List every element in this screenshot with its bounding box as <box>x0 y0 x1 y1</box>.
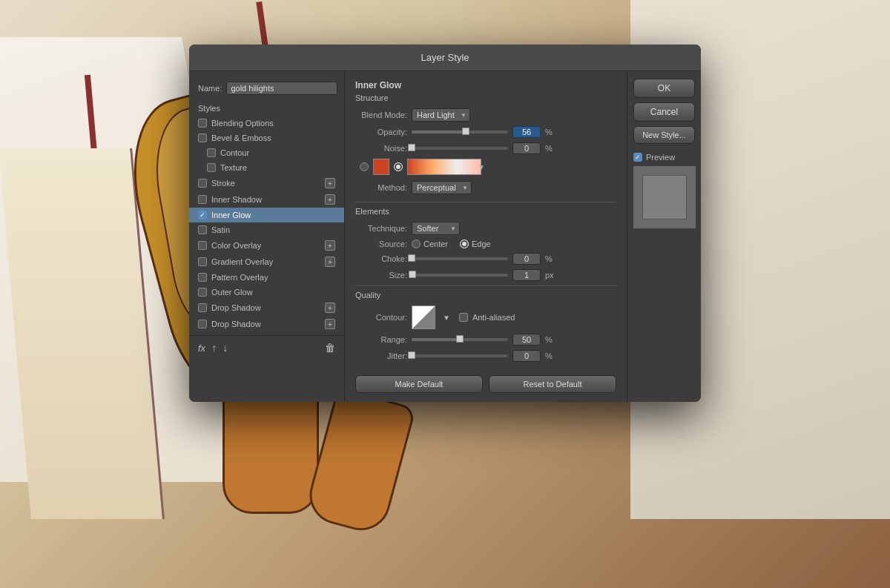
contour-label: Contour: <box>355 313 407 322</box>
stroke-item[interactable]: Stroke + <box>189 175 344 191</box>
jitter-unit: % <box>545 351 553 360</box>
opacity-value-input[interactable] <box>512 126 541 138</box>
pattern-overlay-label: Pattern Overlay <box>211 273 335 282</box>
blend-mode-row: Blend Mode: Hard Light Normal Multiply S… <box>355 108 616 122</box>
blending-options-item[interactable]: Blending Options <box>189 116 344 131</box>
anti-alias-checkbox[interactable] <box>459 313 468 322</box>
stroke-checkbox[interactable] <box>198 179 207 188</box>
drop-shadow-1-item[interactable]: Drop Shadow + <box>189 300 344 316</box>
fx-icon: fx <box>198 343 205 354</box>
color-gradient-swatch[interactable]: ▼ <box>407 159 481 175</box>
method-select[interactable]: Perceptual Saturation <box>412 181 472 194</box>
outer-glow-checkbox[interactable] <box>198 288 207 297</box>
texture-label: Texture <box>220 163 335 172</box>
gradient-overlay-checkbox[interactable] <box>198 257 207 266</box>
inner-glow-item[interactable]: Inner Glow <box>189 208 344 222</box>
noise-unit: % <box>545 144 553 153</box>
contour-arrow-icon[interactable]: ▼ <box>443 314 450 322</box>
blend-mode-select[interactable]: Hard Light Normal Multiply Screen Overla… <box>412 108 470 122</box>
delete-icon[interactable]: 🗑 <box>325 342 335 354</box>
drop-shadow-2-plus-btn[interactable]: + <box>325 319 335 329</box>
reset-default-button[interactable]: Reset to Default <box>489 375 616 393</box>
noise-slider-track[interactable] <box>412 147 508 150</box>
gradient-overlay-plus-btn[interactable]: + <box>325 257 335 267</box>
move-down-icon[interactable]: ↓ <box>222 342 228 354</box>
jitter-value-input[interactable] <box>512 350 541 362</box>
satin-item[interactable]: Satin <box>189 222 344 237</box>
color-overlay-checkbox[interactable] <box>198 241 207 250</box>
gradient-overlay-label: Gradient Overlay <box>211 257 320 266</box>
inner-shadow-label: Inner Shadow <box>211 195 320 204</box>
new-style-button[interactable]: New Style... <box>633 126 695 144</box>
ok-button[interactable]: OK <box>633 79 695 98</box>
color-overlay-item[interactable]: Color Overlay + <box>189 237 344 254</box>
dialog-overlay: Layer Style Name: Styles Blending Option… <box>0 0 890 588</box>
pattern-overlay-item[interactable]: Pattern Overlay <box>189 270 344 285</box>
texture-item[interactable]: Texture <box>189 160 344 175</box>
size-row: Size: px <box>355 269 616 281</box>
noise-value-input[interactable] <box>512 142 541 154</box>
method-label: Method: <box>355 183 407 192</box>
satin-checkbox[interactable] <box>198 225 207 234</box>
technique-select[interactable]: Softer Precise <box>412 222 460 235</box>
range-row: Range: % <box>355 334 616 346</box>
gradient-overlay-item[interactable]: Gradient Overlay + <box>189 254 344 270</box>
inner-shadow-plus-btn[interactable]: + <box>325 194 335 205</box>
source-center-label: Center <box>423 240 448 248</box>
stroke-label: Stroke <box>211 179 320 188</box>
layer-style-dialog: Layer Style Name: Styles Blending Option… <box>189 44 701 402</box>
outer-glow-label: Outer Glow <box>211 288 335 297</box>
make-default-button[interactable]: Make Default <box>355 375 483 393</box>
choke-slider-track[interactable] <box>412 257 508 260</box>
cancel-button[interactable]: Cancel <box>633 102 695 122</box>
contour-checkbox[interactable] <box>207 148 216 157</box>
color-overlay-label: Color Overlay <box>211 241 320 250</box>
anti-alias-label: Anti-aliased <box>472 313 515 322</box>
size-slider-track[interactable] <box>412 274 508 277</box>
dialog-titlebar: Layer Style <box>189 44 701 71</box>
range-value-input[interactable] <box>512 334 541 346</box>
blending-options-checkbox[interactable] <box>198 119 207 128</box>
inner-shadow-checkbox[interactable] <box>198 195 207 204</box>
source-center-radio[interactable] <box>412 240 421 248</box>
source-edge-radio[interactable] <box>460 240 469 248</box>
choke-value-input[interactable] <box>512 253 541 265</box>
texture-checkbox[interactable] <box>207 163 216 172</box>
contour-row: Contour: ▼ Anti-aliased <box>355 305 616 329</box>
source-center-option[interactable]: Center <box>412 240 448 248</box>
dialog-title: Layer Style <box>421 52 469 63</box>
pattern-overlay-checkbox[interactable] <box>198 273 207 282</box>
bevel-emboss-checkbox[interactable] <box>198 133 207 142</box>
noise-label: Noise: <box>355 144 407 153</box>
opacity-slider-track[interactable] <box>412 131 508 133</box>
stroke-plus-btn[interactable]: + <box>325 178 335 188</box>
layer-name-input[interactable] <box>226 82 337 95</box>
source-row: Source: Center Edge <box>355 240 616 248</box>
size-value-input[interactable] <box>512 269 541 281</box>
outer-glow-item[interactable]: Outer Glow <box>189 285 344 300</box>
drop-shadow-1-checkbox[interactable] <box>198 303 207 312</box>
name-row: Name: <box>189 79 344 101</box>
color-swatch[interactable] <box>373 159 389 175</box>
drop-shadow-2-item[interactable]: Drop Shadow + <box>189 316 344 332</box>
inner-glow-checkbox[interactable] <box>198 211 207 219</box>
source-edge-option[interactable]: Edge <box>460 240 491 248</box>
method-row: Method: Perceptual Saturation <box>355 181 616 194</box>
satin-label: Satin <box>211 225 335 234</box>
bevel-emboss-label: Bevel & Emboss <box>211 133 335 142</box>
color-radio-gradient[interactable] <box>394 162 403 171</box>
quality-label: Quality <box>355 291 616 300</box>
color-radio-solid[interactable] <box>360 162 369 171</box>
contour-item[interactable]: Contour <box>189 145 344 160</box>
contour-preview[interactable] <box>412 305 435 329</box>
drop-shadow-2-checkbox[interactable] <box>198 320 207 328</box>
range-slider-track[interactable] <box>412 338 508 341</box>
preview-checkbox[interactable] <box>633 153 642 162</box>
jitter-slider-track[interactable] <box>412 354 508 357</box>
structure-label: Structure <box>355 93 616 102</box>
move-up-icon[interactable]: ↑ <box>211 342 217 354</box>
inner-shadow-item[interactable]: Inner Shadow + <box>189 191 344 208</box>
drop-shadow-1-plus-btn[interactable]: + <box>325 303 335 313</box>
color-overlay-plus-btn[interactable]: + <box>325 240 335 251</box>
bevel-emboss-item[interactable]: Bevel & Emboss <box>189 131 344 145</box>
